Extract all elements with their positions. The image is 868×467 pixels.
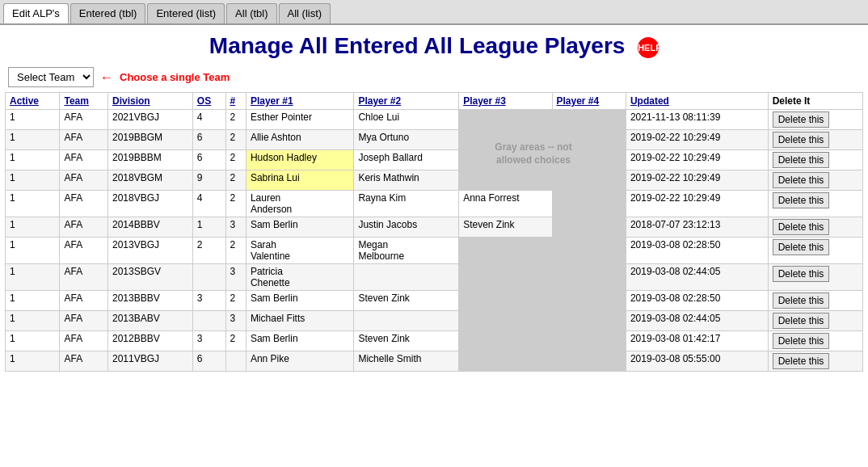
cell-7 (459, 264, 552, 291)
cell-2: 2018VBGJ (108, 191, 193, 217)
cell-1: AFA (60, 110, 108, 130)
delete-button[interactable]: Delete this (773, 219, 830, 235)
col-p4: Player #4 (552, 93, 626, 110)
delete-cell: Delete this (768, 130, 862, 150)
col-os: OS (192, 93, 225, 110)
delete-cell: Delete this (768, 311, 862, 331)
cell-8 (552, 217, 626, 238)
cell-1: AFA (60, 238, 108, 264)
cell-7 (459, 291, 552, 311)
cell-7 (459, 170, 552, 191)
delete-button[interactable]: Delete this (773, 239, 830, 255)
cell-2: 2011VBGJ (108, 351, 193, 372)
table-row: 1AFA2018VBGM92Sabrina LuiKeris Mathwin20… (6, 170, 863, 191)
cell-8 (552, 238, 626, 264)
cell-4: 2 (225, 191, 246, 217)
delete-button[interactable]: Delete this (773, 353, 830, 369)
cell-7: Steven Zink (459, 217, 552, 238)
table-row: 1AFA2018VBGJ42Lauren AndersonRayna KimAn… (6, 191, 863, 217)
cell-0: 1 (6, 351, 60, 372)
col-delete: Delete It (768, 93, 862, 110)
cell-4 (225, 351, 246, 372)
cell-0: 1 (6, 170, 60, 191)
cell-8 (552, 150, 626, 170)
table-row: 1AFA2021VBGJ42Esther PointerChloe Lui202… (6, 110, 863, 130)
col-division: Division (108, 93, 193, 110)
cell-8 (552, 331, 626, 351)
tab-all-tbl[interactable]: All (tbl) (226, 3, 276, 23)
choose-label: Choose a single Team (120, 71, 230, 83)
delete-cell: Delete this (768, 191, 862, 217)
cell-9: 2021-11-13 08:11:39 (626, 110, 768, 130)
cell-9: 2019-02-22 10:29:49 (626, 150, 768, 170)
cell-7 (459, 150, 552, 170)
table-row: 1AFA2013VBGJ22Sarah ValentineMegan Melbo… (6, 238, 863, 264)
cell-3: 6 (192, 351, 225, 372)
cell-8 (552, 170, 626, 191)
cell-0: 1 (6, 217, 60, 238)
cell-8 (552, 291, 626, 311)
delete-cell: Delete this (768, 291, 862, 311)
delete-cell: Delete this (768, 351, 862, 372)
delete-button[interactable]: Delete this (773, 333, 830, 349)
cell-7 (459, 130, 552, 150)
cell-2: 2013VBGJ (108, 238, 193, 264)
table-row: 1AFA2013SBGV3Patricia Chenette2019-03-08… (6, 264, 863, 291)
cell-5[interactable]: Sabrina Lui (246, 170, 354, 191)
help-icon[interactable]: HELP (638, 37, 659, 58)
cell-7 (459, 110, 552, 130)
cell-6: Rayna Kim (354, 191, 459, 217)
cell-6: Steven Zink (354, 331, 459, 351)
select-team-dropdown[interactable]: Select Team (8, 67, 94, 87)
delete-button[interactable]: Delete this (773, 132, 830, 148)
cell-1: AFA (60, 170, 108, 191)
cell-2: 2019BBBM (108, 150, 193, 170)
delete-button[interactable]: Delete this (773, 192, 830, 208)
col-p3: Player #3 (459, 93, 552, 110)
delete-button[interactable]: Delete this (773, 292, 830, 309)
tab-entered-tbl[interactable]: Entered (tbl) (70, 3, 146, 23)
cell-9: 2019-02-22 10:29:49 (626, 191, 768, 217)
table-row: 1AFA2011VBGJ6Ann PikeMichelle Smith2019-… (6, 351, 863, 372)
cell-9: 2019-03-08 01:42:17 (626, 331, 768, 351)
cell-9: 2019-02-22 10:29:49 (626, 170, 768, 191)
controls-row: Select Team ← Choose a single Team (0, 64, 868, 92)
cell-8 (552, 191, 626, 217)
cell-8 (552, 130, 626, 150)
col-team: Team (60, 93, 108, 110)
delete-button[interactable]: Delete this (773, 313, 830, 329)
tab-entered-list[interactable]: Entered (list) (147, 3, 225, 23)
cell-0: 1 (6, 264, 60, 291)
cell-0: 1 (6, 291, 60, 311)
cell-5: Sam Berlin (246, 331, 354, 351)
cell-0: 1 (6, 191, 60, 217)
delete-button[interactable]: Delete this (773, 152, 830, 168)
cell-9: 2019-03-08 02:28:50 (626, 238, 768, 264)
cell-7: Anna Forrest (459, 191, 552, 217)
delete-cell: Delete this (768, 264, 862, 291)
delete-cell: Delete this (768, 170, 862, 191)
table-wrap: Active Team Division OS # Player #1 Play… (0, 92, 868, 372)
cell-4: 2 (225, 150, 246, 170)
cell-8 (552, 264, 626, 291)
cell-4: 2 (225, 170, 246, 191)
table-row: 1AFA2012BBBV32Sam BerlinSteven Zink2019-… (6, 331, 863, 351)
delete-button[interactable]: Delete this (773, 266, 830, 282)
cell-6 (354, 264, 459, 291)
cell-2: 2014BBBV (108, 217, 193, 238)
cell-5[interactable]: Hudson Hadley (246, 150, 354, 170)
tab-edit-alps[interactable]: Edit ALP's (3, 3, 69, 23)
delete-cell: Delete this (768, 150, 862, 170)
cell-6: Megan Melbourne (354, 238, 459, 264)
cell-9: 2018-07-07 23:12:13 (626, 217, 768, 238)
cell-3: 3 (192, 291, 225, 311)
cell-0: 1 (6, 331, 60, 351)
cell-2: 2018VBGM (108, 170, 193, 191)
tab-all-list[interactable]: All (list) (279, 3, 331, 23)
table-row: 1AFA2019BBBM62Hudson HadleyJoseph Ballar… (6, 150, 863, 170)
delete-button[interactable]: Delete this (773, 172, 830, 188)
col-updated: Updated (626, 93, 768, 110)
delete-button[interactable]: Delete this (773, 111, 830, 128)
cell-9: 2019-03-08 05:55:00 (626, 351, 768, 372)
cell-7 (459, 311, 552, 331)
